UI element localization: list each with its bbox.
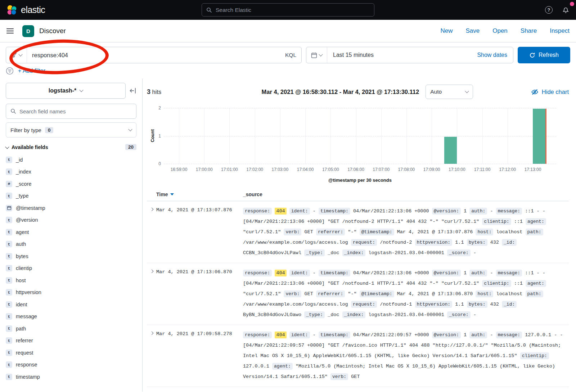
date-picker: Last 15 minutes Show dates: [306, 47, 513, 63]
field-item-timestamp[interactable]: ttimestamp: [6, 371, 136, 383]
chart-horizontal-gridline: [164, 108, 556, 108]
histogram-bar[interactable]: [444, 137, 457, 164]
field-name: request: [16, 350, 33, 356]
chevron-right-icon: [150, 208, 153, 211]
histogram-bar[interactable]: [533, 109, 545, 164]
field-item-bytes[interactable]: tbytes: [6, 250, 136, 262]
inspect-button[interactable]: Inspect: [550, 27, 570, 35]
new-button[interactable]: New: [440, 27, 453, 35]
query-language-button[interactable]: KQL: [280, 52, 301, 58]
x-axis-tick-label: 17:02:00: [246, 167, 263, 172]
chevron-down-icon: [18, 52, 22, 56]
help-icon[interactable]: ?: [545, 6, 553, 14]
brand-name: elastic: [21, 5, 45, 15]
field-name: timestamp: [16, 374, 40, 380]
chart-plot-area: [164, 108, 556, 164]
highlighted-value: 404: [275, 332, 286, 338]
field-item-referrer[interactable]: treferrer: [6, 335, 136, 347]
field-item-ident[interactable]: tident: [6, 298, 136, 311]
discover-page: elastic ? D Discover New Save Open Share…: [0, 0, 576, 392]
field-key-badge: _type:: [304, 311, 325, 318]
field-key-badge: agent:: [272, 363, 293, 370]
field-item-httpversion[interactable]: thttpversion: [6, 287, 136, 299]
field-item-_index[interactable]: t_index: [6, 166, 136, 178]
index-pattern-select[interactable]: logstash-*: [6, 83, 126, 99]
doc-time: Mar 4, 2021 @ 17:13:06.870: [156, 268, 243, 320]
interval-select[interactable]: Auto: [426, 85, 473, 99]
field-item-path[interactable]: tpath: [6, 323, 136, 335]
hide-chart-button[interactable]: Hide chart: [531, 88, 569, 96]
histogram-chart: Count @timestamp per 30 seconds 16:59:00…: [147, 104, 569, 185]
field-item-clientip[interactable]: tclientip: [6, 262, 136, 275]
elastic-logo-icon: [6, 5, 17, 15]
collapse-sidebar-icon[interactable]: [129, 87, 136, 94]
field-item-_score[interactable]: #_score: [6, 178, 136, 190]
expand-doc-button[interactable]: [147, 206, 156, 258]
saved-query-icon: [11, 52, 17, 58]
expand-doc-button[interactable]: [147, 330, 156, 382]
field-search-input[interactable]: [19, 108, 132, 114]
string-field-icon: t: [6, 277, 12, 284]
field-key-badge: timestamp:: [319, 332, 350, 338]
expand-doc-button[interactable]: [147, 268, 156, 320]
saved-query-menu-button[interactable]: [6, 47, 27, 63]
field-item-auth[interactable]: tauth: [6, 238, 136, 251]
field-key-badge: _index:: [342, 249, 366, 256]
field-key-badge: auth:: [469, 208, 487, 215]
field-item-request[interactable]: trequest: [6, 347, 136, 359]
field-name: @timestamp: [16, 205, 45, 211]
field-item-@version[interactable]: t@version: [6, 214, 136, 226]
filter-icon[interactable]: [6, 67, 14, 75]
x-axis-title: @timestamp per 30 seconds: [164, 177, 556, 183]
open-button[interactable]: Open: [492, 27, 508, 35]
chevron-down-icon: [128, 127, 132, 131]
x-axis-tick-label: 17:11:00: [474, 167, 491, 172]
field-key-badge: agent:: [526, 280, 546, 287]
time-column-header[interactable]: Time: [156, 192, 243, 197]
menu-icon[interactable]: [6, 28, 14, 34]
field-key-badge: request:: [351, 239, 377, 246]
chart-horizontal-gridline: [164, 136, 556, 136]
field-item-_id[interactable]: t_id: [6, 154, 136, 166]
global-search-input[interactable]: [216, 7, 370, 13]
query-input[interactable]: [27, 52, 280, 59]
sort-desc-icon: [170, 193, 174, 195]
time-range-value[interactable]: Last 15 minutes: [327, 52, 379, 58]
field-key-badge: request:: [351, 301, 377, 308]
date-picker-menu-button[interactable]: [306, 47, 327, 63]
field-search-box[interactable]: [6, 104, 136, 119]
hide-chart-label: Hide chart: [542, 89, 569, 95]
x-axis-tick-label: 17:07:00: [373, 167, 390, 172]
x-axis-tick-label: 17:12:00: [499, 167, 516, 172]
doc-source: response: 404 ident: - timestamp: 04/Mar…: [243, 206, 569, 258]
global-search-box[interactable]: [202, 3, 374, 17]
field-key-badge: message:: [496, 332, 522, 338]
y-axis-tick-label: 2: [158, 105, 161, 111]
field-item-response[interactable]: tresponse: [6, 359, 136, 371]
add-filter-button[interactable]: + Add filter: [18, 68, 45, 74]
save-button[interactable]: Save: [465, 27, 480, 35]
field-item-_type[interactable]: t_type: [6, 190, 136, 202]
y-axis-tick-label: 1: [158, 134, 161, 139]
field-name: referrer: [16, 338, 33, 343]
field-key-badge: httpversion:: [415, 239, 453, 246]
field-item-@timestamp[interactable]: @timestamp: [6, 202, 136, 214]
elastic-brand[interactable]: elastic: [6, 5, 45, 15]
field-item-message[interactable]: tmessage: [6, 311, 136, 323]
share-button[interactable]: Share: [521, 27, 537, 35]
available-fields-header[interactable]: Available fields 20: [6, 144, 136, 150]
string-field-icon: t: [6, 374, 12, 380]
filter-bar: + Add filter: [0, 66, 576, 78]
alerts-icon[interactable]: [562, 6, 570, 14]
field-key-badge: message:: [496, 208, 522, 215]
field-key-badge: path:: [526, 229, 543, 235]
field-name: response: [16, 362, 37, 368]
refresh-button[interactable]: Refresh: [518, 47, 570, 63]
field-name: clientip: [16, 265, 32, 271]
field-item-host[interactable]: thost: [6, 274, 136, 287]
field-name: auth: [16, 241, 26, 247]
show-dates-button[interactable]: Show dates: [471, 52, 513, 58]
field-item-agent[interactable]: tagent: [6, 226, 136, 238]
filter-by-type-select[interactable]: Filter by type 0: [6, 122, 136, 138]
field-key-badge: message:: [496, 270, 522, 276]
